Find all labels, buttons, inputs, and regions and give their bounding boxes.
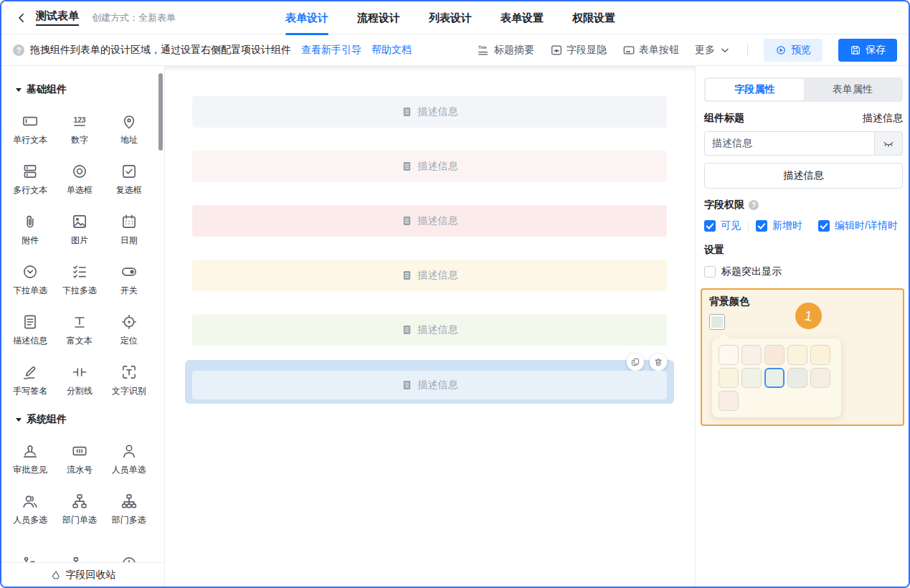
permission-help-icon[interactable]: ?: [749, 200, 759, 210]
recycle-label: 字段回收站: [66, 569, 116, 582]
component-label: 单选框: [67, 184, 93, 196]
component-attachment[interactable]: 附件: [6, 199, 55, 250]
color-swatch-8[interactable]: [787, 368, 807, 388]
preview-button[interactable]: 预览: [764, 39, 823, 62]
component-switch[interactable]: 开关: [104, 250, 153, 300]
form-row-description-3[interactable]: 描述信息: [192, 205, 667, 237]
newbie-guide-link[interactable]: 查看新手引导: [301, 44, 361, 57]
tab-form-design[interactable]: 表单设计: [285, 1, 328, 34]
more-button[interactable]: 更多: [695, 44, 731, 57]
form-row-description-5[interactable]: 描述信息: [192, 314, 667, 346]
form-row-description-1[interactable]: 描述信息: [192, 96, 667, 128]
component-label: 图片: [71, 234, 88, 247]
switch-icon: [120, 262, 138, 281]
component-address[interactable]: 地址: [104, 99, 153, 149]
title-summary-label: 标题摘要: [494, 44, 534, 57]
component-label: 附件: [22, 234, 39, 247]
dropdown-single-icon: [21, 262, 39, 281]
form-title[interactable]: 测试表单: [36, 9, 79, 26]
chevron-left-icon: [15, 11, 28, 24]
multi-line-text-icon: [21, 162, 39, 181]
component-image[interactable]: 图片: [55, 199, 105, 250]
color-swatch-0[interactable]: [719, 345, 739, 365]
copy-icon: [630, 357, 640, 367]
delete-row-button[interactable]: [650, 354, 667, 371]
component-multi-line-text[interactable]: 多行文本: [6, 149, 55, 199]
description-preview-box[interactable]: 描述信息: [704, 163, 903, 189]
color-swatch-10[interactable]: [719, 391, 739, 411]
component-date[interactable]: 日期: [104, 199, 153, 250]
more-label: 更多: [695, 44, 715, 57]
component-checkbox[interactable]: 复选框: [104, 149, 153, 199]
form-row-description-6-selected[interactable]: 描述信息: [192, 371, 667, 399]
color-swatch-9[interactable]: [810, 368, 830, 388]
component-ocr[interactable]: 文字识别: [104, 350, 153, 400]
tab-form-properties[interactable]: 表单属性: [804, 79, 902, 100]
form-row-description-2[interactable]: 描述信息: [192, 151, 667, 182]
preview-label: 预览: [791, 44, 811, 57]
field-recycle-bin-button[interactable]: 字段回收站: [1, 562, 164, 587]
component-label: 部门单选: [62, 514, 97, 526]
color-picker-popover: [712, 338, 841, 417]
color-swatch-6[interactable]: [741, 368, 762, 388]
component-signature[interactable]: 手写签名: [6, 350, 55, 400]
sidebar-scrollbar[interactable]: [158, 73, 163, 151]
on-edit-detail-checkbox[interactable]: [818, 220, 830, 232]
address-icon: [120, 112, 138, 131]
section-basic-components[interactable]: 基础组件: [16, 83, 164, 96]
title-summary-button[interactable]: Title 标题摘要: [478, 44, 534, 57]
on-create-checkbox[interactable]: [756, 220, 767, 232]
component-dropdown-multi[interactable]: 下拉多选: [55, 250, 105, 300]
component-dropdown-single[interactable]: 下拉单选: [6, 250, 55, 300]
row-label: 描述信息: [418, 323, 458, 336]
color-swatch-7-selected[interactable]: [764, 368, 785, 388]
component-approval[interactable]: 审批意见: [6, 429, 55, 479]
color-swatch-1[interactable]: [741, 345, 762, 365]
selected-row-wrapper[interactable]: 描述信息: [185, 360, 674, 404]
toolbar: ? 拖拽组件到表单的设计区域，通过设置右侧配置项设计组件 查看新手引导 帮助文档…: [1, 34, 909, 66]
component-label: 审批意见: [13, 464, 47, 476]
component-user-multi[interactable]: 人员多选: [6, 479, 55, 529]
form-row-description-4[interactable]: 描述信息: [192, 260, 667, 291]
tab-form-settings[interactable]: 表单设置: [501, 1, 544, 34]
help-doc-link[interactable]: 帮助文档: [371, 44, 412, 57]
section-system-components[interactable]: 系统组件: [16, 413, 164, 426]
save-button[interactable]: 保存: [838, 39, 897, 62]
bg-color-highlight-section: 背景颜色 1: [701, 288, 904, 426]
recycle-icon: [50, 569, 62, 581]
drag-hint-text: 拖拽组件到表单的设计区域，通过设置右侧配置项设计组件: [30, 44, 291, 57]
component-number[interactable]: 123数字: [55, 99, 105, 149]
dept-multi-icon: [120, 492, 138, 511]
color-swatch-2[interactable]: [764, 345, 785, 365]
component-serial-number[interactable]: 流水号: [55, 429, 105, 479]
component-rich-text[interactable]: 富文本: [55, 300, 105, 350]
component-description[interactable]: 描述信息: [6, 300, 55, 350]
field-visibility-button[interactable]: 字段显隐: [550, 44, 607, 57]
form-button-button[interactable]: 表单按钮: [622, 44, 679, 57]
component-user-single[interactable]: 人员单选: [104, 429, 153, 479]
tab-field-properties[interactable]: 字段属性: [706, 79, 804, 100]
component-divider[interactable]: 分割线: [55, 350, 105, 400]
tab-list-design[interactable]: 列表设计: [429, 1, 472, 34]
visible-checkbox[interactable]: [704, 220, 716, 232]
back-button[interactable]: [13, 9, 30, 27]
tab-flow-design[interactable]: 流程设计: [357, 1, 400, 34]
component-label: 描述信息: [13, 335, 47, 347]
component-title-input[interactable]: [704, 131, 874, 156]
copy-row-button[interactable]: [627, 354, 644, 371]
title-highlight-checkbox[interactable]: [704, 266, 716, 278]
panel-tabs: 字段属性 表单属性: [704, 77, 903, 102]
description-icon: [21, 313, 39, 331]
component-dept-multi[interactable]: 部门多选: [104, 479, 153, 529]
component-radio[interactable]: 单选框: [55, 149, 105, 199]
color-swatch-4[interactable]: [810, 345, 830, 365]
component-locate[interactable]: 定位: [104, 300, 153, 350]
color-swatch-5[interactable]: [719, 368, 739, 388]
component-dept-single[interactable]: 部门单选: [55, 479, 105, 529]
title-visibility-button[interactable]: [874, 131, 903, 156]
bg-color-picker-trigger[interactable]: [709, 314, 725, 330]
color-swatch-3[interactable]: [787, 345, 807, 365]
component-single-line-text[interactable]: 单行文本: [6, 99, 55, 149]
section-title: 基础组件: [27, 83, 67, 96]
tab-permission-settings[interactable]: 权限设置: [572, 1, 615, 34]
